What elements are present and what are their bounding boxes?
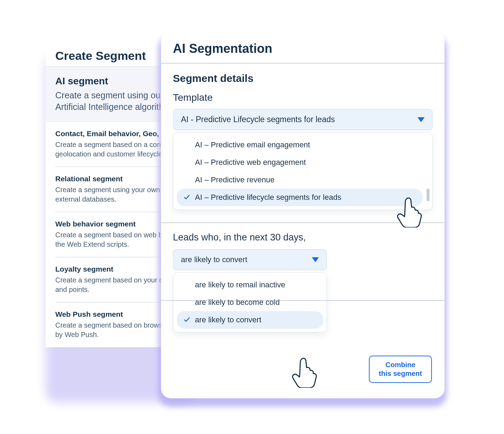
template-option[interactable]: AI – Predictive revenue [177,171,422,189]
combine-line1: Combine [385,361,415,369]
chevron-down-icon [312,257,319,262]
option-label: are likely to become cold [195,298,280,307]
template-label: Template [173,92,433,103]
condition-options: are likely to remail inactive are likely… [173,272,327,332]
condition-option[interactable]: are likely to remail inactive [177,276,323,294]
combine-line2: this segment [379,370,422,377]
condition-option[interactable]: are likely to convert [177,311,323,329]
check-icon [183,194,191,201]
condition-label: Leads who, in the next 30 days, [173,232,433,243]
combine-segment-button[interactable]: Combine this segment [369,356,432,383]
panel-header: AI Segmentation [161,31,444,63]
condition-option[interactable]: are likely to become cold [177,294,323,311]
option-label: AI – Predictive web engagement [195,158,306,167]
check-icon [183,316,191,324]
divider [161,223,444,223]
option-label: AI – Predictive revenue [195,175,274,184]
condition-select[interactable]: are likely to convert are likely to rema… [173,249,327,332]
condition-selected-value: are likely to convert [181,255,247,264]
condition-select-head[interactable]: are likely to convert [173,249,327,270]
chevron-down-icon [418,117,425,122]
option-label: are likely to convert [195,315,261,324]
template-select[interactable]: AI - Predictive Lifecycle segments for l… [173,109,433,210]
ai-segmentation-panel: AI Segmentation Segment details Template… [161,31,444,398]
divider [161,300,444,301]
option-label: AI – Predictive lifecycle segments for l… [195,193,341,202]
template-select-head[interactable]: AI - Predictive Lifecycle segments for l… [173,109,433,130]
template-options: AI – Predictive email engagement AI – Pr… [173,132,433,210]
option-label: AI – Predictive email engagement [195,140,310,149]
page-title: AI Segmentation [173,41,433,56]
template-selected-value: AI - Predictive Lifecycle segments for l… [181,115,335,124]
scrollbar-thumb[interactable] [427,189,429,201]
option-label: are likely to remail inactive [195,280,285,289]
template-option[interactable]: AI – Predictive lifecycle segments for l… [177,189,422,206]
template-option[interactable]: AI – Predictive email engagement [177,136,422,154]
pointer-hand-icon [290,356,320,388]
section-title: Segment details [173,72,433,84]
template-option[interactable]: AI – Predictive web engagement [177,154,422,171]
